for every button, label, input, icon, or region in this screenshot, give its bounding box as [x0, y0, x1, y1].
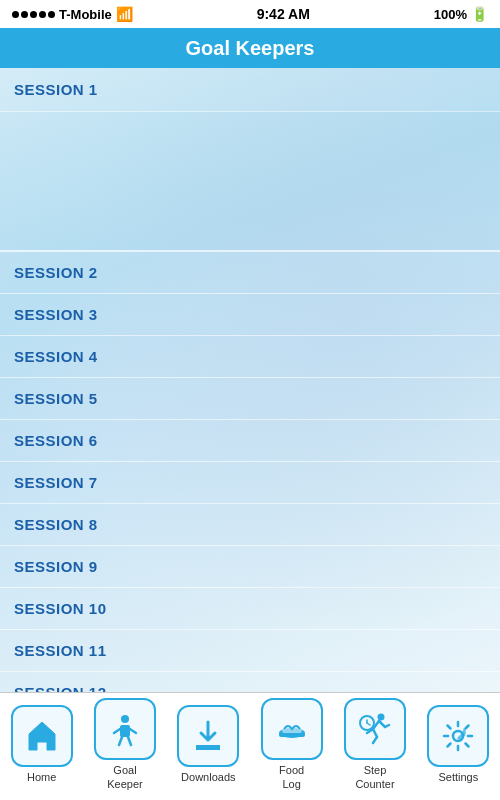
- svg-point-9: [377, 714, 384, 721]
- tab-food-log[interactable]: Food Log: [250, 698, 333, 790]
- content-area: SESSION 1 SESSION 2 SESSION 3 SESSION 4 …: [0, 68, 500, 692]
- home-icon-box: [11, 705, 73, 767]
- goal-keeper-icon: [107, 711, 143, 747]
- home-icon: [24, 718, 60, 754]
- svg-line-3: [130, 729, 136, 733]
- session-6-label: SESSION 6: [14, 432, 98, 449]
- tab-step-counter-label: Step Counter: [355, 764, 394, 790]
- session-5-label: SESSION 5: [14, 390, 98, 407]
- status-bar: T-Mobile 📶 9:42 AM 100% 🔋: [0, 0, 500, 28]
- tab-home-label: Home: [27, 771, 56, 784]
- session-6[interactable]: SESSION 6: [0, 420, 500, 462]
- session-1-header[interactable]: SESSION 1: [0, 68, 500, 112]
- step-counter-icon: [357, 711, 393, 747]
- session-8-label: SESSION 8: [14, 516, 98, 533]
- tab-bar: Home Goal Keeper Downloads: [0, 692, 500, 800]
- session-7-label: SESSION 7: [14, 474, 98, 491]
- page-title: Goal Keepers: [186, 37, 315, 60]
- session-3-label: SESSION 3: [14, 306, 98, 323]
- session-10-label: SESSION 10: [14, 600, 107, 617]
- tab-step-counter[interactable]: Step Counter: [333, 698, 416, 790]
- session-11-label: SESSION 11: [14, 642, 107, 659]
- settings-icon: [440, 718, 476, 754]
- status-time: 9:42 AM: [257, 6, 310, 22]
- tab-downloads[interactable]: Downloads: [167, 705, 250, 784]
- status-battery: 100% 🔋: [434, 6, 488, 22]
- tab-home[interactable]: Home: [0, 705, 83, 784]
- session-12[interactable]: SESSION 12: [0, 672, 500, 692]
- svg-rect-8: [279, 733, 305, 737]
- sessions-list: SESSION 1 SESSION 2 SESSION 3 SESSION 4 …: [0, 68, 500, 692]
- food-log-icon: [274, 711, 310, 747]
- svg-line-5: [128, 737, 131, 745]
- session-1-label: SESSION 1: [14, 81, 98, 98]
- tab-goal-keeper-label: Goal Keeper: [107, 764, 142, 790]
- battery-icon: 🔋: [471, 6, 488, 22]
- carrier-label: T-Mobile: [59, 7, 112, 22]
- tab-settings-label: Settings: [438, 771, 478, 784]
- downloads-icon-box: [177, 705, 239, 767]
- status-carrier: T-Mobile 📶: [12, 6, 133, 22]
- session-3[interactable]: SESSION 3: [0, 294, 500, 336]
- svg-line-12: [367, 723, 370, 725]
- session-9[interactable]: SESSION 9: [0, 546, 500, 588]
- svg-point-0: [121, 715, 129, 723]
- svg-line-2: [114, 729, 120, 733]
- tab-downloads-label: Downloads: [181, 771, 235, 784]
- battery-label: 100%: [434, 7, 467, 22]
- session-4-label: SESSION 4: [14, 348, 98, 365]
- tab-goal-keeper[interactable]: Goal Keeper: [83, 698, 166, 790]
- session-11[interactable]: SESSION 11: [0, 630, 500, 672]
- session-2[interactable]: SESSION 2: [0, 252, 500, 294]
- settings-icon-box: [427, 705, 489, 767]
- wifi-icon: 📶: [116, 6, 133, 22]
- session-8[interactable]: SESSION 8: [0, 504, 500, 546]
- svg-line-4: [119, 737, 122, 745]
- app-header: Goal Keepers: [0, 28, 500, 68]
- downloads-icon: [190, 718, 226, 754]
- session-12-label: SESSION 12: [14, 684, 107, 692]
- step-counter-icon-box: [344, 698, 406, 760]
- session-9-label: SESSION 9: [14, 558, 98, 575]
- svg-rect-1: [120, 725, 130, 737]
- session-2-label: SESSION 2: [14, 264, 98, 281]
- goal-keeper-icon-box: [94, 698, 156, 760]
- food-log-icon-box: [261, 698, 323, 760]
- session-10[interactable]: SESSION 10: [0, 588, 500, 630]
- session-4[interactable]: SESSION 4: [0, 336, 500, 378]
- tab-settings[interactable]: Settings: [417, 705, 500, 784]
- session-1-image: [0, 112, 500, 252]
- session-5[interactable]: SESSION 5: [0, 378, 500, 420]
- tab-food-log-label: Food Log: [279, 764, 304, 790]
- session-7[interactable]: SESSION 7: [0, 462, 500, 504]
